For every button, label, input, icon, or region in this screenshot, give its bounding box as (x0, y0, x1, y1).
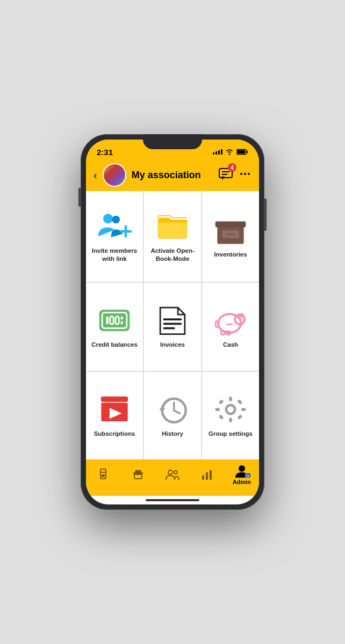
svg-rect-57 (134, 474, 142, 479)
nav-members[interactable] (159, 468, 186, 481)
wifi-icon (225, 149, 234, 155)
subscriptions-icon (97, 394, 132, 425)
stats-icon (200, 468, 213, 481)
header-title: My association (132, 170, 213, 181)
svg-rect-33 (221, 332, 225, 335)
svg-point-59 (168, 470, 172, 474)
svg-point-60 (174, 471, 177, 474)
invite-members-label: Invite members with link (90, 247, 139, 263)
svg-rect-1 (247, 151, 248, 153)
more-icon (239, 167, 251, 180)
svg-rect-36 (101, 397, 127, 401)
avatar (103, 163, 126, 187)
history-label: History (162, 430, 183, 438)
svg-point-64 (239, 465, 245, 472)
status-icons (213, 149, 248, 155)
svg-point-8 (248, 173, 250, 175)
svg-rect-45 (229, 397, 232, 401)
header-actions: 4 (218, 166, 251, 184)
nav-stats[interactable] (193, 468, 220, 481)
svg-rect-46 (229, 418, 232, 422)
notch (143, 134, 202, 149)
svg-point-6 (240, 173, 242, 175)
signal-icon (213, 149, 222, 155)
svg-point-7 (244, 173, 246, 175)
nav-food[interactable] (125, 468, 152, 481)
cash-cell[interactable]: Cash (202, 283, 259, 370)
svg-rect-50 (238, 399, 243, 405)
svg-rect-2 (237, 150, 245, 154)
group-settings-label: Group settings (209, 430, 253, 438)
svg-rect-32 (227, 314, 233, 316)
cash-icon (213, 305, 248, 335)
svg-rect-58 (135, 470, 141, 472)
svg-rect-14 (215, 222, 246, 228)
svg-rect-16 (226, 234, 235, 236)
group-settings-icon (213, 394, 248, 425)
svg-point-30 (241, 318, 242, 320)
svg-rect-62 (206, 472, 208, 480)
cash-label: Cash (223, 341, 238, 349)
phone-frame: 2:31 (81, 134, 264, 510)
nav-admin[interactable]: e Admin (228, 464, 255, 485)
members-icon (165, 468, 180, 481)
invoices-cell[interactable]: Invoices (144, 283, 201, 370)
food-icon (132, 468, 145, 481)
feature-grid: Invite members with link (86, 191, 259, 459)
home-bar (146, 499, 199, 501)
admin-nav-label: Admin (233, 479, 251, 485)
status-time: 2:31 (97, 148, 113, 157)
svg-rect-63 (210, 470, 212, 480)
svg-rect-47 (215, 408, 220, 411)
svg-rect-55 (102, 474, 105, 477)
header: ‹ My association 4 (86, 159, 259, 191)
svg-rect-52 (238, 414, 243, 420)
inventories-icon (213, 215, 248, 245)
inventories-cell[interactable]: Inventories (202, 191, 259, 282)
open-book-label: Activate Open-Book-Mode (148, 247, 197, 263)
open-book-cell[interactable]: Activate Open-Book-Mode (144, 191, 201, 282)
bottom-nav: e Admin (86, 459, 259, 496)
svg-point-10 (112, 216, 120, 224)
more-button[interactable] (239, 167, 251, 182)
svg-point-31 (242, 320, 244, 321)
svg-rect-48 (241, 408, 246, 411)
credit-balances-icon (97, 305, 132, 335)
svg-point-44 (226, 405, 235, 414)
invite-members-cell[interactable]: Invite members with link (86, 191, 143, 282)
drinks-icon (97, 468, 110, 481)
svg-rect-22 (121, 317, 123, 319)
svg-line-42 (174, 411, 180, 413)
svg-point-9 (103, 214, 113, 223)
admin-badge-icon: e (246, 473, 251, 478)
svg-rect-61 (202, 475, 204, 480)
svg-rect-23 (121, 321, 123, 324)
back-button[interactable]: ‹ (94, 169, 97, 181)
subscriptions-label: Subscriptions (94, 430, 135, 438)
svg-text:e: e (247, 474, 249, 478)
svg-rect-51 (219, 414, 224, 420)
nav-drinks[interactable] (90, 468, 117, 481)
notification-button[interactable]: 4 (218, 166, 233, 184)
history-icon (155, 394, 190, 425)
history-cell[interactable]: History (144, 372, 201, 459)
svg-rect-19 (106, 317, 109, 325)
open-book-icon (155, 211, 190, 241)
notification-badge: 4 (228, 163, 236, 172)
invoices-icon (155, 305, 190, 335)
credit-balances-label: Credit balances (91, 341, 138, 349)
subscriptions-cell[interactable]: Subscriptions (86, 372, 143, 459)
phone-screen: 2:31 (86, 140, 259, 504)
main-content: Invite members with link (86, 191, 259, 459)
battery-icon (236, 149, 248, 155)
svg-rect-49 (219, 399, 224, 405)
invoices-label: Invoices (160, 341, 185, 349)
credit-balances-cell[interactable]: Credit balances (86, 283, 143, 370)
svg-rect-53 (100, 469, 106, 479)
inventories-label: Inventories (214, 251, 247, 259)
home-indicator (86, 496, 259, 504)
group-settings-cell[interactable]: Group settings (202, 372, 259, 459)
invite-members-icon (97, 211, 132, 241)
